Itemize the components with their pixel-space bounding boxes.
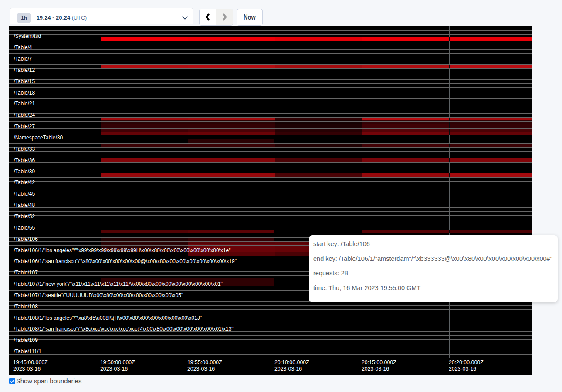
svg-text:/Table/107/1/"new york"/"\x11\: /Table/107/1/"new york"/"\x11\x11\x11\x1… <box>14 281 223 287</box>
svg-text:/Table/107: /Table/107 <box>14 270 38 276</box>
svg-text:/Table/36: /Table/36 <box>14 157 35 163</box>
svg-text:/Table/108/1/"los angeles"/"\x: /Table/108/1/"los angeles"/"\xa8\xf5\u00… <box>14 315 202 321</box>
svg-text:2023-03-16: 2023-03-16 <box>187 366 215 372</box>
svg-text:/Table/18: /Table/18 <box>14 90 35 96</box>
svg-text:/Table/33: /Table/33 <box>14 146 35 152</box>
svg-text:/Table/21: /Table/21 <box>14 101 35 107</box>
svg-text:2023-03-16: 2023-03-16 <box>100 366 128 372</box>
svg-text:2023-03-16: 2023-03-16 <box>274 366 302 372</box>
svg-text:/Table/52: /Table/52 <box>14 213 35 220</box>
svg-text:/Table/107/1/"seattle"/"UUUUUU: /Table/107/1/"seattle"/"UUUUUUD\x00\x80\… <box>14 292 183 298</box>
svg-text:/Table/106: /Table/106 <box>14 236 38 242</box>
svg-text:/Table/108: /Table/108 <box>14 304 38 310</box>
svg-text:/Table/7: /Table/7 <box>14 56 32 62</box>
svg-text:/Table/45: /Table/45 <box>14 191 35 197</box>
svg-text:/Table/12: /Table/12 <box>14 67 35 73</box>
svg-text:19:50:00.000Z: 19:50:00.000Z <box>100 359 135 365</box>
svg-text:20:20:00.000Z: 20:20:00.000Z <box>449 359 484 365</box>
svg-text:/NamespaceTable/30: /NamespaceTable/30 <box>14 135 63 141</box>
svg-text:/Table/42: /Table/42 <box>14 180 35 186</box>
svg-text:/Table/24: /Table/24 <box>14 112 35 118</box>
svg-text:/Table/48: /Table/48 <box>14 203 35 209</box>
svg-text:/Table/39: /Table/39 <box>14 169 35 175</box>
svg-text:20:10:00.000Z: 20:10:00.000Z <box>274 359 309 365</box>
svg-text:/Table/106/1/"san francisco"/": /Table/106/1/"san francisco"/"\x80\x00\x… <box>14 259 237 265</box>
svg-text:2023-03-16: 2023-03-16 <box>362 366 389 372</box>
svg-text:2023-03-16: 2023-03-16 <box>13 366 41 372</box>
svg-text:/System/tsd: /System/tsd <box>14 34 41 40</box>
svg-text:2023-03-16: 2023-03-16 <box>449 366 476 372</box>
svg-text:/Table/27: /Table/27 <box>14 124 35 130</box>
svg-text:/Table/4: /Table/4 <box>14 45 32 51</box>
svg-text:/Table/111/1: /Table/111/1 <box>14 349 42 355</box>
svg-text:19:55:00.000Z: 19:55:00.000Z <box>187 359 222 365</box>
svg-text:/Table/109: /Table/109 <box>14 338 38 344</box>
svg-text:/Table/15: /Table/15 <box>14 78 35 84</box>
svg-text:20:15:00.000Z: 20:15:00.000Z <box>362 359 396 365</box>
svg-text:19:45:00.000Z: 19:45:00.000Z <box>13 359 48 365</box>
svg-text:/Table/108/1/"san francisco"/": /Table/108/1/"san francisco"/"\x8c\xcc\x… <box>14 326 234 332</box>
svg-text:/Table/106/1/"los angeles"/"\x: /Table/106/1/"los angeles"/"\x99\x99\x99… <box>14 247 231 253</box>
svg-text:/Table/55: /Table/55 <box>14 225 35 231</box>
